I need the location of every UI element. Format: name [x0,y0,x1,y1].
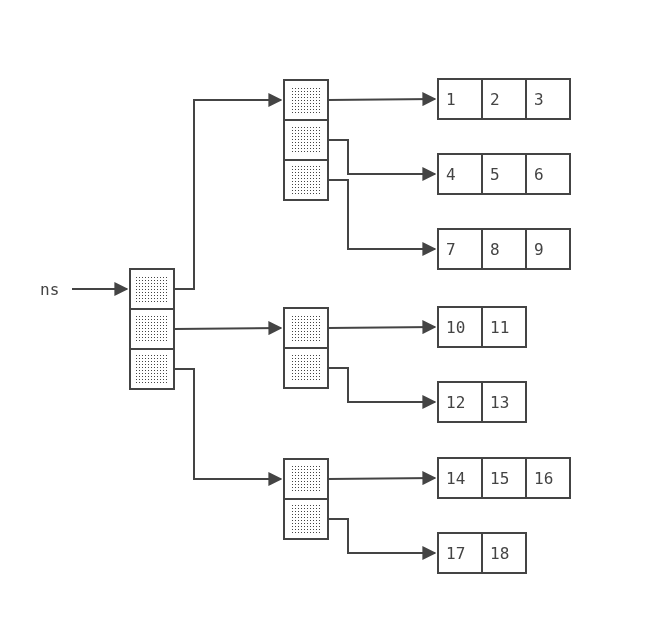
pointer-cell-fill [290,465,322,493]
pointer-cell-fill [290,166,322,194]
pointer-cell-fill [290,505,322,533]
arrow-icon [328,327,435,328]
data-cell-value: 14 [446,469,465,488]
arrow-icon [174,100,281,289]
pointer-cell-fill [136,275,168,303]
data-cell-value: 13 [490,393,509,412]
data-cell-value: 9 [534,240,544,259]
data-cell-value: 11 [490,318,509,337]
data-cell [482,154,526,194]
data-cell [526,229,570,269]
data-cell-value: 15 [490,469,509,488]
pointer-cell-fill [290,86,322,114]
data-cell [438,154,482,194]
data-cell-value: 4 [446,165,456,184]
arrow-icon [174,328,281,329]
pointer-cell-fill [290,126,322,154]
data-cell [526,79,570,119]
data-cell [482,229,526,269]
data-cell-value: 1 [446,90,456,109]
data-cell-value: 8 [490,240,500,259]
data-cell-value: 2 [490,90,500,109]
arrow-icon [174,369,281,479]
nested-seq-diagram: ns123456789101112131415161718 [0,0,647,622]
data-cell [438,229,482,269]
arrow-icon [328,140,435,174]
root-label: ns [40,280,59,299]
arrow-icon [328,180,435,249]
arrow-icon [328,519,435,553]
pointer-cell-fill [136,315,168,343]
pointer-cell-fill [290,314,322,342]
arrow-icon [328,478,435,479]
data-cell-value: 12 [446,393,465,412]
data-cell [438,79,482,119]
data-cell-value: 16 [534,469,553,488]
arrow-icon [328,99,435,100]
arrow-icon [328,368,435,402]
data-cell-value: 5 [490,165,500,184]
data-cell-value: 18 [490,544,509,563]
data-cell-value: 7 [446,240,456,259]
data-cell [526,154,570,194]
pointer-cell-fill [290,354,322,382]
data-cell-value: 3 [534,90,544,109]
pointer-cell-fill [136,355,168,383]
data-cell [482,79,526,119]
data-cell-value: 10 [446,318,465,337]
data-cell-value: 17 [446,544,465,563]
data-cell-value: 6 [534,165,544,184]
